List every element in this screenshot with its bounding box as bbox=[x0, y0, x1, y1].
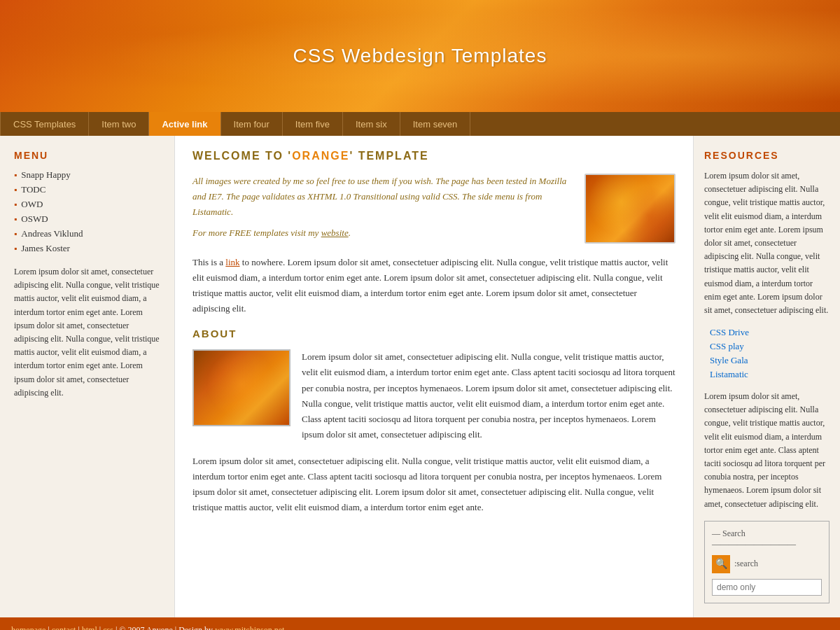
search-row: 🔍 :search bbox=[712, 555, 822, 573]
welcome-highlight: ORANGE bbox=[292, 150, 349, 162]
intro-link-para: For more FREE templates visit my website… bbox=[192, 225, 573, 241]
list-item: OSWD bbox=[14, 214, 160, 225]
list-item: Listamatic bbox=[710, 369, 830, 380]
list-item: OWD bbox=[14, 199, 160, 210]
resource-link-cssplay[interactable]: CSS play bbox=[710, 341, 744, 351]
footer-copyright: | © 2007 Anyone | Design by bbox=[115, 625, 215, 630]
footer-link-contact[interactable]: contact bbox=[52, 625, 76, 630]
main-nav: CSS Templates Item two Active link Item … bbox=[0, 112, 840, 136]
resources-para-2: Lorem ipsum dolor sit amet, consectetuer… bbox=[704, 390, 830, 511]
about-title: ABOUT bbox=[192, 328, 676, 340]
page-wrapper: MENU Snapp Happy TODC OWD OSWD Andreas V… bbox=[0, 136, 840, 617]
menu-link-todc[interactable]: TODC bbox=[21, 184, 46, 195]
menu-link-andreas[interactable]: Andreas Viklund bbox=[21, 228, 83, 239]
nav-item-active[interactable]: Active link bbox=[149, 112, 220, 136]
body-para-1: This is a link to nowhere. Lorem ipsum d… bbox=[192, 255, 676, 316]
about-para: Lorem ipsum dolor sit amet, consectetuer… bbox=[302, 349, 676, 442]
list-item: TODC bbox=[14, 184, 160, 195]
nav-item-six[interactable]: Item six bbox=[343, 112, 400, 136]
intro-box: All images were created by me so feel fr… bbox=[192, 174, 676, 244]
about-box: Lorem ipsum dolor sit amet, consectetuer… bbox=[192, 349, 676, 442]
nav-item-two[interactable]: Item two bbox=[89, 112, 149, 136]
nav-item-css-templates[interactable]: CSS Templates bbox=[0, 112, 89, 136]
menu-link-owd[interactable]: OWD bbox=[21, 199, 43, 210]
list-item: Snapp Happy bbox=[14, 169, 160, 181]
menu-link-oswd[interactable]: OSWD bbox=[21, 214, 48, 225]
resource-link-stylegala[interactable]: Style Gala bbox=[710, 355, 748, 365]
intro-italic-text: All images were created by me so feel fr… bbox=[192, 174, 573, 244]
menu-link-snapp-happy[interactable]: Snapp Happy bbox=[21, 169, 70, 181]
intro-image bbox=[584, 174, 676, 244]
footer-link-homepage[interactable]: homepage bbox=[11, 625, 46, 630]
sidebar-left: MENU Snapp Happy TODC OWD OSWD Andreas V… bbox=[0, 136, 175, 617]
footer-designer-link[interactable]: www.mitchinson.net bbox=[215, 625, 284, 630]
search-icon[interactable]: 🔍 bbox=[712, 555, 730, 573]
resources-title: RESOURCES bbox=[704, 150, 830, 161]
site-header: CSS Webdesign Templates bbox=[0, 0, 840, 112]
footer-link-html[interactable]: html bbox=[82, 625, 97, 630]
main-content: WELCOME TO 'ORANGE' TEMPLATE All images … bbox=[175, 136, 693, 617]
intro-para: All images were created by me so feel fr… bbox=[192, 174, 573, 220]
footer-links-row: homepage | contact | html | css | © 2007… bbox=[11, 623, 829, 630]
search-input[interactable] bbox=[712, 579, 822, 596]
list-item: CSS play bbox=[710, 341, 830, 352]
body-para-2: Lorem ipsum dolor sit amet, consectetuer… bbox=[192, 454, 676, 515]
menu-title: MENU bbox=[14, 150, 160, 161]
search-label: :search bbox=[734, 559, 758, 569]
intro-website-link[interactable]: website bbox=[321, 227, 349, 238]
resources-list: CSS Drive CSS play Style Gala Listamatic bbox=[704, 327, 830, 380]
welcome-title: WELCOME TO 'ORANGE' TEMPLATE bbox=[192, 150, 676, 162]
nav-item-four[interactable]: Item four bbox=[221, 112, 283, 136]
list-item: Style Gala bbox=[710, 355, 830, 366]
site-footer: homepage | contact | html | css | © 2007… bbox=[0, 617, 840, 630]
resource-link-cssdrive[interactable]: CSS Drive bbox=[710, 327, 749, 337]
body-link[interactable]: link bbox=[225, 257, 239, 267]
menu-link-james[interactable]: James Koster bbox=[21, 243, 70, 254]
nav-item-seven[interactable]: Item seven bbox=[400, 112, 471, 136]
footer-link-css[interactable]: css bbox=[103, 625, 113, 630]
nav-item-five[interactable]: Item five bbox=[283, 112, 343, 136]
resources-para-1: Lorem ipsum dolor sit amet, consectetuer… bbox=[704, 169, 830, 317]
sidebar-right: RESOURCES Lorem ipsum dolor sit amet, co… bbox=[693, 136, 840, 617]
about-image bbox=[192, 349, 290, 426]
resource-link-listamatic[interactable]: Listamatic bbox=[710, 369, 748, 379]
list-item: James Koster bbox=[14, 243, 160, 254]
sidebar-body-text: Lorem ipsum dolor sit amet, consectetuer… bbox=[14, 265, 160, 400]
menu-list: Snapp Happy TODC OWD OSWD Andreas Viklun… bbox=[14, 169, 160, 254]
site-title: CSS Webdesign Templates bbox=[293, 45, 547, 67]
list-item: CSS Drive bbox=[710, 327, 830, 338]
list-item: Andreas Viklund bbox=[14, 228, 160, 239]
search-box: — Search —————————— 🔍 :search bbox=[704, 521, 830, 603]
search-legend: — Search —————————— bbox=[712, 528, 822, 550]
